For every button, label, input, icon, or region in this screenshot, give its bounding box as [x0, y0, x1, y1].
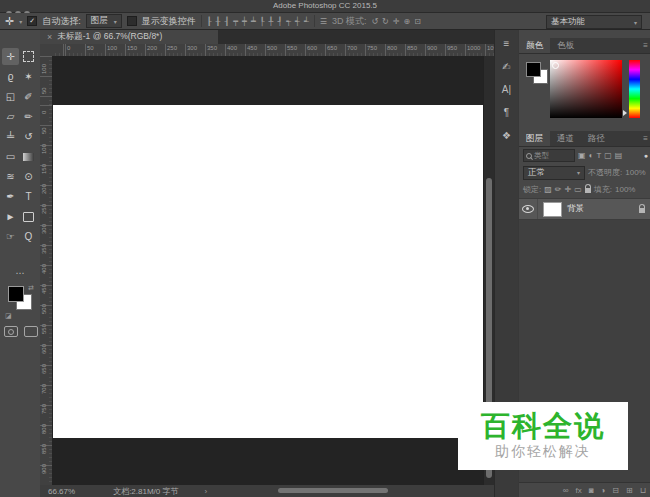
new-group-icon[interactable]: ⊟ [612, 486, 619, 495]
lock-transparent-icon[interactable]: ▨ [544, 185, 552, 194]
lock-artboard-icon[interactable]: ▭ [574, 185, 582, 194]
zoom-tool[interactable]: Q [20, 228, 37, 245]
pen-tool[interactable]: ✒ [2, 188, 19, 205]
auto-select-checkbox[interactable]: ✓ [27, 16, 37, 26]
magic-wand-tool[interactable]: ✶ [20, 68, 37, 85]
paragraph-icon[interactable]: ¶ [504, 107, 509, 118]
align-icon[interactable]: ┨ [224, 17, 229, 26]
link-layers-icon[interactable]: ∞ [563, 486, 569, 495]
new-layer-icon[interactable]: ⊞ [626, 486, 633, 495]
show-transform-checkbox[interactable] [127, 16, 137, 26]
blur-tool[interactable]: ≋ [2, 168, 19, 185]
filter-shape-icon[interactable]: ▢ [604, 151, 612, 160]
layer-effects-icon[interactable]: fx [575, 486, 581, 495]
quick-mask-icon[interactable] [4, 326, 18, 337]
close-tab-icon[interactable]: × [47, 32, 52, 42]
adjustments-icon[interactable]: ≡ [504, 38, 510, 49]
panel-foreground-swatch[interactable] [526, 62, 541, 77]
status-chevron-icon[interactable]: › [205, 487, 208, 496]
screen-mode-icon[interactable] [24, 326, 38, 337]
layer-visibility-cell[interactable] [519, 199, 538, 219]
filter-type-icon[interactable]: T [596, 151, 601, 160]
options-menu-icon[interactable]: ☰ [320, 17, 327, 26]
opacity-value[interactable]: 100% [625, 168, 645, 177]
align-icon[interactable]: ┦ [277, 17, 282, 26]
filter-toggle-icon[interactable]: ● [644, 152, 648, 159]
current-tool-icon[interactable]: ✛ [5, 15, 14, 28]
swap-colors-icon[interactable]: ⇄ [28, 284, 34, 292]
canvas[interactable] [53, 105, 483, 438]
foreground-color-swatch[interactable] [8, 286, 24, 302]
3d-mode-icon[interactable]: ⊕ [404, 17, 411, 26]
align-icon[interactable]: ┿ [242, 17, 247, 26]
layer-name[interactable]: 背景 [567, 203, 584, 215]
eraser-tool[interactable]: ▭ [2, 148, 19, 165]
workspace-dropdown[interactable]: 基本功能 ▾ [546, 15, 642, 29]
clone-stamp-tool[interactable]: ╧ [2, 128, 19, 145]
lock-pixels-icon[interactable]: ✏ [555, 185, 562, 194]
crop-tool[interactable]: ◱ [2, 88, 19, 105]
blend-mode-dropdown[interactable]: 正常 ▾ [523, 166, 585, 180]
3d-mode-icon[interactable]: ↺ [371, 17, 378, 26]
brush-settings-icon[interactable]: ✍ [502, 61, 510, 72]
fill-label: 填充: [594, 184, 612, 195]
path-select-tool[interactable]: ► [2, 208, 19, 225]
history-brush-tool[interactable]: ↺ [20, 128, 37, 145]
layer-thumbnail[interactable] [543, 202, 562, 217]
align-icon[interactable]: ┯ [233, 17, 238, 26]
align-icon[interactable]: ┷ [251, 17, 256, 26]
align-icon[interactable]: ┞ [260, 17, 265, 26]
eyedropper-tool[interactable]: ✐ [20, 88, 37, 105]
tab-layers[interactable]: 图层 [519, 131, 550, 146]
align-icon[interactable]: ╀ [269, 17, 274, 26]
align-icon[interactable]: ╂ [216, 17, 221, 26]
tool-preset-arrow-icon[interactable]: ▾ [19, 18, 22, 25]
document-tab[interactable]: × 未标题-1 @ 66.7%(RGB/8*) [40, 30, 218, 44]
hand-tool[interactable]: ☞ [2, 228, 19, 245]
filter-adjustment-icon[interactable]: ◐ [589, 151, 594, 160]
type-tool[interactable]: T [20, 188, 37, 205]
shape-tool[interactable] [20, 208, 37, 225]
align-icon[interactable]: ┽ [295, 17, 300, 26]
zoom-level[interactable]: 66.67% [48, 487, 75, 496]
3d-icon[interactable]: ❖ [502, 130, 511, 141]
move-tool[interactable]: ✛ [2, 48, 19, 65]
character-icon[interactable]: A| [502, 84, 511, 95]
marquee-tool[interactable] [20, 48, 37, 65]
edit-toolbar-icon[interactable]: ⋯ [0, 268, 40, 278]
filter-image-icon[interactable]: ▣ [578, 151, 586, 160]
auto-select-dropdown[interactable]: 图层 ▾ [86, 14, 122, 28]
3d-mode-icon[interactable]: ✛ [393, 17, 400, 26]
tab-paths[interactable]: 路径 [581, 131, 612, 146]
filter-smart-object-icon[interactable]: ▤ [615, 151, 623, 160]
horizontal-scrollbar-thumb[interactable] [278, 488, 388, 493]
3d-mode-icon[interactable]: ↻ [382, 17, 389, 26]
lasso-tool[interactable]: ϱ [2, 68, 19, 85]
gradient-tool[interactable] [20, 148, 37, 165]
align-icon[interactable]: ┭ [286, 17, 291, 26]
align-icon[interactable]: ┵ [304, 17, 309, 26]
eye-icon[interactable] [522, 205, 534, 213]
align-icon[interactable]: ┠ [207, 17, 212, 26]
fill-value[interactable]: 100% [615, 185, 635, 194]
tab-swatches[interactable]: 色板 [550, 38, 581, 53]
dodge-tool[interactable]: ⊙ [20, 168, 37, 185]
color-panel: 颜色 色板 ≡ [519, 38, 650, 128]
tab-color[interactable]: 颜色 [519, 38, 550, 53]
default-colors-icon[interactable]: ◪ [5, 312, 12, 320]
lock-position-icon[interactable]: ✛ [565, 185, 572, 194]
layer-mask-icon[interactable]: ◙ [589, 486, 594, 495]
panel-menu-icon[interactable]: ≡ [643, 131, 648, 146]
hue-slider[interactable] [629, 60, 640, 118]
layer-row-background[interactable]: 背景 [519, 198, 650, 220]
healing-brush-tool[interactable]: ▱ [2, 108, 19, 125]
saturation-square[interactable] [550, 60, 622, 118]
adjustment-layer-icon[interactable]: ◑ [601, 486, 606, 495]
brush-tool[interactable]: ✏ [20, 108, 37, 125]
tab-channels[interactable]: 通道 [550, 131, 581, 146]
panel-menu-icon[interactable]: ≡ [643, 38, 648, 53]
lock-all-icon[interactable] [585, 188, 591, 193]
layer-filter-search[interactable]: 类型 [523, 149, 575, 162]
3d-mode-icon[interactable]: ⊡ [414, 17, 421, 26]
delete-layer-icon[interactable]: ⊔ [640, 486, 646, 495]
